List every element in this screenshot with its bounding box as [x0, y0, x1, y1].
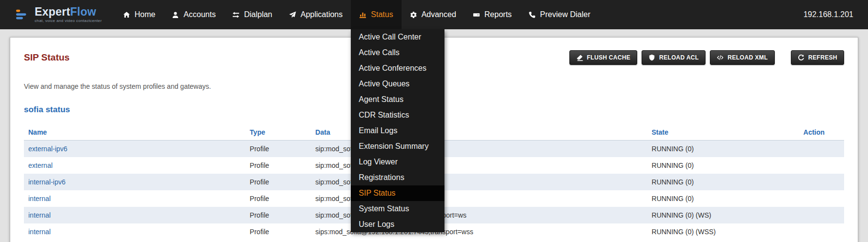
- menu-item-agent-status[interactable]: Agent Status: [351, 92, 444, 107]
- phone-icon: [528, 11, 536, 19]
- sofia-profile-link[interactable]: internal: [28, 228, 51, 236]
- menu-item-active-conferences[interactable]: Active Conferences: [351, 60, 444, 76]
- cell-state: RUNNING (0) (WSS): [647, 223, 799, 240]
- cell-type: Profile: [245, 157, 311, 174]
- home-icon: [123, 11, 130, 19]
- top-navbar: ExpertFlow chat, voice and video contact…: [0, 0, 868, 29]
- code-icon: [717, 54, 724, 61]
- sofia-profile-link[interactable]: external-ipv6: [28, 145, 67, 153]
- brand-name: ExpertFlow: [35, 6, 102, 18]
- flush-cache-button[interactable]: FLUSH CACHE: [569, 50, 637, 65]
- nav-item-preview-dialer[interactable]: Preview Dialer: [520, 0, 599, 29]
- nav-item-status[interactable]: Status Active Call Center Active Calls A…: [351, 0, 401, 29]
- menu-item-log-viewer[interactable]: Log Viewer: [351, 154, 444, 170]
- button-label: REFRESH: [808, 54, 837, 61]
- sofia-profile-link[interactable]: internal: [28, 195, 51, 202]
- cell-action: [799, 190, 844, 207]
- cell-type: Profile: [245, 190, 311, 207]
- nav-item-label: Home: [135, 10, 156, 19]
- menu-item-active-calls[interactable]: Active Calls: [351, 45, 444, 60]
- menu-item-active-queues[interactable]: Active Queues: [351, 76, 444, 92]
- exchange-arrows-icon: [232, 11, 240, 19]
- main-menu: Home Accounts Dialplan Applications Stat: [115, 0, 599, 29]
- menu-item-active-call-center[interactable]: Active Call Center: [351, 29, 444, 45]
- nav-item-dialplan[interactable]: Dialplan: [224, 0, 281, 29]
- button-label: RELOAD XML: [727, 54, 767, 61]
- brand-text: ExpertFlow chat, voice and video contact…: [35, 6, 102, 23]
- sofia-profile-link[interactable]: external: [28, 161, 53, 169]
- brand-name-expert: Expert: [35, 5, 70, 18]
- cell-action: [799, 207, 844, 223]
- nav-item-label: Applications: [301, 10, 343, 19]
- refresh-button[interactable]: REFRESH: [791, 50, 844, 65]
- nav-item-label: Accounts: [183, 10, 216, 19]
- cell-state: RUNNING (0): [647, 157, 799, 174]
- cell-state: RUNNING (0) (WS): [647, 207, 799, 223]
- paper-plane-icon: [289, 11, 296, 19]
- user-icon: [172, 11, 179, 19]
- refresh-icon: [798, 54, 805, 61]
- nav-item-label: Reports: [484, 10, 512, 19]
- nav-item-reports[interactable]: Reports: [464, 0, 520, 29]
- toolbar: FLUSH CACHE RELOAD ACL RELOAD XML REFRES…: [569, 50, 844, 65]
- menu-item-registrations[interactable]: Registrations: [351, 170, 444, 185]
- nav-item-label: Advanced: [422, 10, 456, 19]
- column-header-state: State: [647, 124, 799, 141]
- cell-action: [799, 141, 844, 158]
- page-title: SIP Status: [24, 52, 70, 63]
- sofia-profile-link[interactable]: internal-ipv6: [28, 178, 65, 186]
- cell-type: Profile: [245, 223, 311, 240]
- nav-item-applications[interactable]: Applications: [281, 0, 351, 29]
- status-dropdown-menu: Active Call Center Active Calls Active C…: [351, 29, 444, 232]
- brand-name-flow: Flow: [70, 5, 96, 18]
- menu-item-system-status[interactable]: System Status: [351, 201, 444, 217]
- reload-xml-button[interactable]: RELOAD XML: [710, 50, 774, 65]
- cell-action: [799, 223, 844, 240]
- nav-item-label: Preview Dialer: [540, 10, 590, 19]
- eraser-icon: [576, 54, 583, 61]
- column-header-name: Name: [24, 124, 245, 141]
- gear-icon: [410, 11, 417, 19]
- menu-item-cdr-statistics[interactable]: CDR Statistics: [351, 107, 444, 123]
- cell-state: RUNNING (0): [647, 190, 799, 207]
- cell-state: RUNNING (0): [647, 174, 799, 190]
- sofia-profile-link[interactable]: internal: [28, 211, 51, 219]
- reload-acl-button[interactable]: RELOAD ACL: [642, 50, 706, 65]
- menu-item-email-logs[interactable]: Email Logs: [351, 123, 444, 139]
- cell-action: [799, 157, 844, 174]
- cell-type: Profile: [245, 141, 311, 158]
- cell-state: RUNNING (0): [647, 141, 799, 158]
- expertflow-logo-icon: [16, 7, 30, 22]
- column-header-type: Type: [245, 124, 311, 141]
- nav-item-advanced[interactable]: Advanced: [402, 0, 464, 29]
- cell-action: [799, 174, 844, 190]
- server-ip: 192.168.1.201: [804, 10, 868, 19]
- button-label: RELOAD ACL: [659, 54, 699, 61]
- menu-item-extension-summary[interactable]: Extension Summary: [351, 139, 444, 154]
- menu-item-sip-status[interactable]: SIP Status: [351, 185, 444, 201]
- nav-item-home[interactable]: Home: [115, 0, 164, 29]
- nav-item-accounts[interactable]: Accounts: [163, 0, 224, 29]
- brand-tagline: chat, voice and video contactcenter: [35, 19, 102, 23]
- nav-item-label: Dialplan: [244, 10, 272, 19]
- column-header-action: Action: [799, 124, 844, 141]
- nav-item-label: Status: [371, 10, 393, 19]
- hdd-icon: [473, 11, 480, 19]
- brand[interactable]: ExpertFlow chat, voice and video contact…: [0, 0, 115, 29]
- cell-type: Profile: [245, 174, 311, 190]
- shield-icon: [648, 54, 655, 61]
- button-label: FLUSH CACHE: [587, 54, 630, 61]
- bar-chart-icon: [359, 11, 366, 19]
- cell-type: Profile: [245, 207, 311, 223]
- menu-item-user-logs[interactable]: User Logs: [351, 217, 444, 232]
